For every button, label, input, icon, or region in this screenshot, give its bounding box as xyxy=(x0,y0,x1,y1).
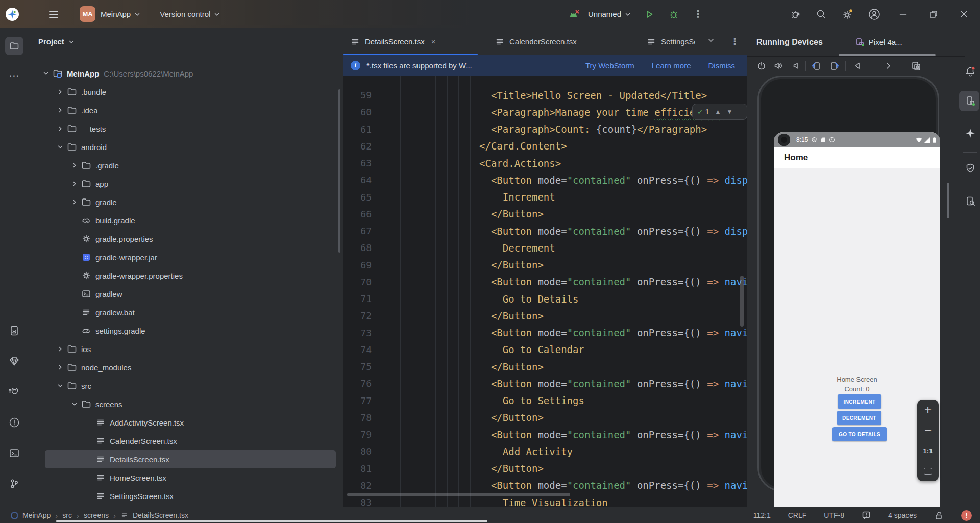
prev-problem-button[interactable]: ▲ xyxy=(715,108,721,115)
rotate-right-button[interactable] xyxy=(829,61,840,71)
tree-chevron-icon[interactable] xyxy=(57,143,67,151)
breadcrumb-item[interactable]: screens xyxy=(84,511,109,519)
breadcrumb-item[interactable]: DetailsScreen.tsx xyxy=(120,511,188,519)
emulator-screen[interactable]: 8:15 Home Home Screen Count: 0 xyxy=(774,132,940,507)
tree-row-gradle-properties[interactable]: gradle.properties xyxy=(28,230,343,248)
next-problem-button[interactable]: ▼ xyxy=(726,108,732,115)
tree-row-calenderscreen-tsx[interactable]: CalenderScreen.tsx xyxy=(28,432,343,450)
tree-chevron-icon[interactable] xyxy=(57,382,67,389)
tree-row-gradlew-bat[interactable]: gradlew.bat xyxy=(28,303,343,321)
tree-row--gradle[interactable]: .gradle xyxy=(28,156,343,175)
editor-tab-settingssc[interactable]: SettingsSc xyxy=(639,28,695,55)
increment-button[interactable]: INCREMENT xyxy=(838,394,881,409)
tree-chevron-icon[interactable] xyxy=(57,345,67,353)
tree-row-gradlew[interactable]: gradlew xyxy=(28,285,343,303)
problems-tool-button[interactable] xyxy=(5,413,23,432)
tree-chevron-icon[interactable] xyxy=(71,198,81,206)
debug-button[interactable] xyxy=(669,9,679,19)
logcat-tool-button[interactable] xyxy=(5,383,23,401)
device-forward-button[interactable] xyxy=(883,61,893,71)
version-control-menu[interactable]: Version control xyxy=(140,0,220,28)
tree-row-meinapp[interactable]: MeinAppC:\Users\ps0622\MeinApp xyxy=(28,64,343,83)
run-configuration-selector[interactable]: Unnamed xyxy=(587,0,631,28)
tree-row-detailsscreen-tsx[interactable]: DetailsScreen.tsx xyxy=(45,450,336,468)
tree-row-src[interactable]: src xyxy=(28,377,343,395)
more-tool-windows-button[interactable]: ⋯ xyxy=(5,66,23,85)
tree-row-settings-gradle[interactable]: settings.gradle xyxy=(28,321,343,340)
project-horizontal-scrollbar[interactable] xyxy=(56,520,487,522)
close-window-button[interactable] xyxy=(960,10,968,18)
search-everywhere-icon[interactable] xyxy=(816,9,827,20)
tree-chevron-icon[interactable] xyxy=(57,364,67,371)
zoom-in-button[interactable]: + xyxy=(917,400,939,420)
tree-row-gradle[interactable]: gradle xyxy=(28,193,343,211)
profiler-icon[interactable] xyxy=(790,9,801,20)
editor-horizontal-scrollbar[interactable] xyxy=(347,493,570,496)
decrement-button[interactable]: DECREMENT xyxy=(837,411,881,425)
volume-up-button[interactable] xyxy=(773,61,783,71)
line-ending-indicator[interactable]: CRLF xyxy=(788,511,807,519)
error-indicator[interactable]: ! xyxy=(961,510,972,521)
code-editor[interactable]: 59 <Title>Hello Screen - Updated</Title>… xyxy=(343,76,747,507)
tree-row-build-gradle[interactable]: build.gradle xyxy=(28,211,343,230)
tree-row--tests-[interactable]: __tests__ xyxy=(28,119,343,138)
editor-vertical-scrollbar[interactable] xyxy=(740,276,744,327)
project-scrollbar[interactable] xyxy=(338,89,340,253)
tree-row-settingsscreen-tsx[interactable]: SettingsScreen.tsx xyxy=(28,487,343,505)
device-back-button[interactable] xyxy=(852,61,863,71)
devices-panel-scrollbar[interactable] xyxy=(947,183,949,218)
tree-row-gradle-wrapper-jar[interactable]: gradle-wrapper.jar xyxy=(28,248,343,266)
tree-chevron-icon[interactable] xyxy=(57,107,67,114)
zoom-fit-button[interactable] xyxy=(917,461,939,481)
project-panel-header[interactable]: Project xyxy=(38,37,75,46)
tree-row-addactivityscreen-tsx[interactable]: AddActivityScreen.tsx xyxy=(28,413,343,432)
screenshot-button[interactable] xyxy=(911,61,922,72)
dismiss-link[interactable]: Dismiss xyxy=(708,61,736,70)
tab-options-menu[interactable]: ⋮ xyxy=(730,37,740,46)
tree-row-app[interactable]: app xyxy=(28,175,343,193)
device-tab-scrollbar[interactable] xyxy=(839,54,936,56)
breadcrumb-item[interactable]: MeinApp xyxy=(22,511,51,519)
running-devices-tool-button[interactable] xyxy=(5,321,23,340)
inspection-readout-icon[interactable] xyxy=(862,511,871,520)
device-tab-pixel4a[interactable]: Pixel 4a... xyxy=(855,38,902,47)
zoom-actual-size-button[interactable]: 1:1 xyxy=(917,440,939,461)
tree-row-gradle-wrapper-properties[interactable]: gradle-wrapper.properties xyxy=(28,266,343,285)
tree-row--bundle[interactable]: .bundle xyxy=(28,83,343,101)
tree-chevron-icon[interactable] xyxy=(57,88,67,95)
main-menu-button[interactable] xyxy=(49,11,58,18)
lock-icon[interactable] xyxy=(934,511,944,520)
tree-row-node-modules[interactable]: node_modules xyxy=(28,358,343,377)
minimize-window-button[interactable] xyxy=(899,10,907,18)
tree-chevron-icon[interactable] xyxy=(71,180,81,187)
more-actions-menu[interactable]: ⋮ xyxy=(693,9,703,19)
terminal-tool-button[interactable] xyxy=(5,444,23,462)
gemini-assistant-button[interactable] xyxy=(960,123,980,143)
tree-row-android[interactable]: android xyxy=(28,138,343,156)
device-explorer-button[interactable] xyxy=(960,191,980,212)
project-tool-button[interactable] xyxy=(5,37,23,55)
zoom-out-button[interactable]: − xyxy=(917,420,939,440)
project-selector[interactable]: MeinApp xyxy=(95,0,140,28)
app-quality-insights-button[interactable] xyxy=(5,352,23,370)
indent-indicator[interactable]: 4 spaces xyxy=(888,511,917,519)
editor-tab-detailsscreen-tsx[interactable]: DetailsScreen.tsx× xyxy=(343,28,478,55)
run-button[interactable] xyxy=(644,9,654,19)
learn-more-link[interactable]: Learn more xyxy=(652,61,691,70)
try-webstorm-link[interactable]: Try WebStorm xyxy=(585,61,634,70)
editor-tab-calenderscreen-tsx[interactable]: CalenderScreen.tsx xyxy=(487,28,602,55)
notifications-button[interactable] xyxy=(960,62,980,82)
tree-chevron-icon[interactable] xyxy=(57,125,67,132)
go-to-details-button[interactable]: GO TO DETAILS xyxy=(832,427,887,441)
rotate-left-button[interactable] xyxy=(811,61,822,71)
git-tool-button[interactable] xyxy=(5,475,23,493)
tree-row-screens[interactable]: screens xyxy=(28,395,343,413)
encoding-indicator[interactable]: UTF-8 xyxy=(824,511,844,519)
tab-list-chevron-button[interactable] xyxy=(707,37,715,44)
privacy-shield-button[interactable] xyxy=(960,158,980,179)
tree-chevron-icon[interactable] xyxy=(71,401,81,408)
caret-position[interactable]: 112:1 xyxy=(753,511,771,519)
tree-chevron-icon[interactable] xyxy=(42,70,53,77)
settings-gear-icon[interactable] xyxy=(841,8,853,20)
volume-down-button[interactable] xyxy=(791,61,801,71)
